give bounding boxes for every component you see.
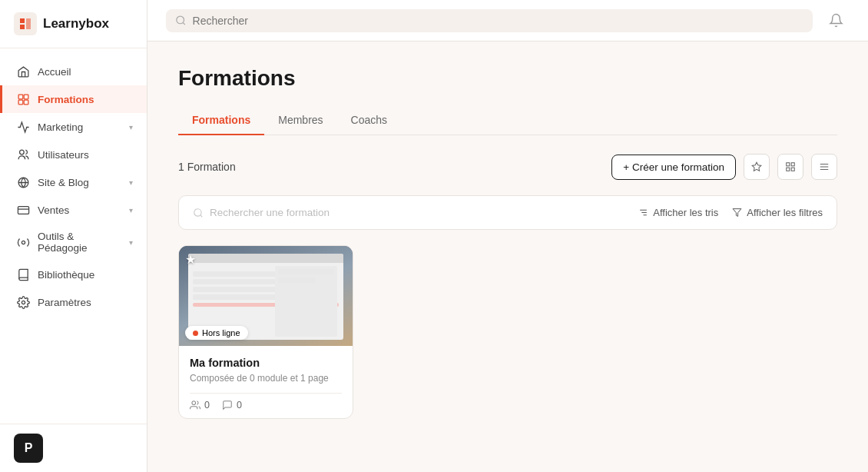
card-footer: 0 0 — [190, 393, 342, 411]
svg-marker-23 — [733, 209, 741, 217]
formations-grid: ★ Hors ligne Ma formation Composée de 0 … — [178, 245, 837, 419]
sidebar-item-accueil-label: Accueil — [38, 66, 71, 78]
sidebar-item-bibliotheque-label: Bibliothèque — [38, 269, 94, 281]
card-body: Ma formation Composée de 0 module et 1 p… — [179, 346, 353, 418]
search-icon — [193, 208, 204, 218]
students-stat: 0 — [190, 400, 210, 411]
svg-point-10 — [177, 16, 184, 24]
tabs-bar: Formations Membres Coachs — [178, 106, 837, 135]
search-input[interactable] — [193, 15, 803, 27]
chevron-down-icon: ▾ — [129, 123, 133, 131]
bibliotheque-icon — [16, 268, 30, 281]
grid-icon — [785, 161, 796, 172]
list-view-button[interactable] — [811, 154, 837, 180]
sidebar-nav: Accueil Formations Marketing ▾ — [0, 48, 147, 424]
sidebar-item-parametres[interactable]: Paramètres — [0, 288, 147, 316]
search-icon — [175, 15, 187, 26]
formation-card[interactable]: ★ Hors ligne Ma formation Composée de 0 … — [178, 245, 353, 419]
marketing-icon — [16, 120, 30, 134]
svg-rect-7 — [18, 206, 28, 214]
sidebar-item-marketing-label: Marketing — [38, 121, 83, 133]
svg-point-9 — [22, 301, 25, 304]
parametres-icon — [16, 295, 30, 309]
bell-icon — [829, 13, 843, 28]
filter-label: Afficher les filtres — [747, 207, 823, 218]
filter-icon — [732, 208, 742, 218]
status-dot — [193, 331, 198, 336]
site-icon — [16, 175, 30, 189]
pixel-button[interactable]: P — [14, 434, 43, 463]
chevron-down-icon: ▾ — [129, 238, 133, 247]
svg-rect-14 — [787, 168, 790, 171]
users-icon — [16, 148, 30, 161]
tab-formations[interactable]: Formations — [178, 106, 264, 135]
grid-view-button[interactable] — [777, 154, 803, 180]
tab-membres[interactable]: Membres — [264, 106, 336, 135]
sidebar-item-formations[interactable]: Formations — [0, 85, 147, 113]
students-icon — [190, 400, 200, 411]
list-icon — [819, 161, 830, 172]
svg-point-24 — [192, 401, 196, 405]
formation-search[interactable]: Rechercher une formation — [193, 207, 330, 218]
sidebar-item-site-blog-label: Site & Blog — [38, 177, 89, 188]
global-search-bar[interactable] — [166, 9, 813, 32]
comments-icon — [222, 400, 233, 411]
star-icon — [751, 161, 762, 172]
sidebar-item-outils-pedagogie[interactable]: Outils & Pédagogie ▾ — [0, 224, 147, 261]
sidebar-item-accueil[interactable]: Accueil — [0, 58, 147, 85]
formation-search-area: Rechercher une formation Afficher les tr… — [178, 195, 837, 230]
page-title: Formations — [178, 66, 837, 91]
toolbar-right: + Créer une formation — [611, 154, 837, 180]
chevron-down-icon: ▾ — [129, 178, 133, 187]
chevron-down-icon: ▾ — [129, 206, 133, 214]
sidebar-item-bibliotheque[interactable]: Bibliothèque — [0, 261, 147, 288]
svg-rect-1 — [18, 95, 23, 99]
comments-stat: 0 — [222, 400, 242, 411]
svg-rect-13 — [791, 163, 794, 166]
filter-button[interactable]: Afficher les filtres — [732, 207, 823, 218]
svg-point-19 — [194, 208, 201, 215]
topbar — [147, 0, 868, 42]
sidebar-item-utilisateurs-label: Utilisateurs — [38, 149, 89, 161]
sidebar-item-ventes-label: Ventes — [38, 204, 69, 216]
students-count: 0 — [204, 400, 210, 411]
sidebar-item-parametres-label: Paramètres — [38, 297, 91, 308]
sort-icon — [638, 208, 648, 218]
card-description: Composée de 0 module et 1 page — [190, 373, 342, 384]
formations-icon — [16, 92, 30, 106]
sidebar-item-site-blog[interactable]: Site & Blog ▾ — [0, 168, 147, 196]
sidebar-bottom: P — [0, 424, 147, 472]
logo-text: Learnybox — [43, 16, 109, 32]
card-image: ★ Hors ligne — [179, 246, 353, 346]
sort-button[interactable]: Afficher les tris — [638, 207, 718, 218]
svg-rect-0 — [14, 12, 37, 35]
content-area: Formations Formations Membres Coachs 1 F… — [147, 42, 868, 472]
sidebar: Learnybox Accueil Formations — [0, 0, 147, 472]
svg-marker-11 — [752, 162, 761, 171]
svg-rect-12 — [787, 163, 790, 166]
ventes-icon — [16, 203, 30, 217]
outils-icon — [16, 235, 30, 249]
favorite-filter-button[interactable] — [744, 154, 770, 180]
logo-area: Learnybox — [0, 0, 147, 48]
main-content: Formations Formations Membres Coachs 1 F… — [147, 0, 868, 472]
sidebar-item-formations-label: Formations — [38, 94, 94, 105]
formation-count: 1 Formation — [178, 161, 236, 173]
sidebar-item-marketing[interactable]: Marketing ▾ — [0, 113, 147, 141]
notifications-button[interactable] — [822, 7, 850, 35]
card-title: Ma formation — [190, 357, 342, 369]
sidebar-item-outils-label: Outils & Pédagogie — [38, 231, 121, 254]
svg-rect-4 — [24, 100, 28, 105]
sidebar-item-utilisateurs[interactable]: Utilisateurs — [0, 141, 147, 168]
toolbar: 1 Formation + Créer une formation — [178, 154, 837, 180]
create-formation-button[interactable]: + Créer une formation — [611, 155, 736, 180]
tab-coachs[interactable]: Coachs — [337, 106, 401, 135]
svg-rect-2 — [24, 95, 28, 99]
sort-label: Afficher les tris — [653, 207, 718, 218]
home-icon — [16, 65, 30, 78]
star-badge: ★ — [185, 252, 196, 267]
svg-rect-15 — [791, 168, 794, 171]
svg-point-5 — [19, 150, 24, 155]
sidebar-item-ventes[interactable]: Ventes ▾ — [0, 196, 147, 224]
formation-search-placeholder: Rechercher une formation — [210, 207, 330, 218]
